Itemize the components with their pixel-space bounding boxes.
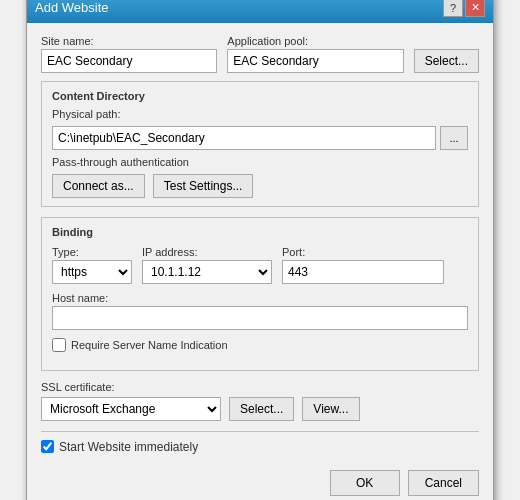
require-sni-row: Require Server Name Indication (52, 338, 468, 352)
ip-address-label: IP address: (142, 246, 272, 258)
browse-button[interactable]: ... (440, 126, 468, 150)
pass-through-label: Pass-through authentication (52, 156, 468, 168)
app-pool-input[interactable] (227, 49, 403, 73)
ssl-certificate-section: SSL certificate: Microsoft Exchange Sele… (41, 381, 479, 421)
pass-through-buttons: Connect as... Test Settings... (52, 174, 468, 198)
title-bar-buttons: ? ✕ (443, 0, 485, 17)
content-directory-section: Content Directory Physical path: ... Pas… (41, 81, 479, 207)
site-name-input[interactable] (41, 49, 217, 73)
ssl-select-button[interactable]: Select... (229, 397, 294, 421)
title-bar: Add Website ? ✕ (27, 0, 493, 23)
start-website-row: Start Website immediately (41, 440, 479, 454)
close-button[interactable]: ✕ (465, 0, 485, 17)
require-sni-label: Require Server Name Indication (71, 339, 228, 351)
app-pool-label: Application pool: (227, 35, 403, 47)
start-website-checkbox[interactable] (41, 440, 54, 453)
host-name-label: Host name: (52, 292, 468, 304)
port-field: Port: (282, 246, 444, 284)
type-field: Type: https http (52, 246, 132, 284)
dialog-body: Site name: Application pool: Select... C… (27, 23, 493, 501)
site-app-pool-row: Site name: Application pool: Select... (41, 35, 479, 73)
ssl-certificate-row: Microsoft Exchange Select... View... (41, 397, 479, 421)
ssl-view-button[interactable]: View... (302, 397, 359, 421)
start-website-label: Start Website immediately (59, 440, 198, 454)
host-name-input[interactable] (52, 306, 468, 330)
app-pool-group: Application pool: (227, 35, 403, 73)
type-label: Type: (52, 246, 132, 258)
host-name-field: Host name: (52, 292, 468, 330)
content-directory-label: Content Directory (52, 90, 468, 102)
physical-path-row: ... (52, 126, 468, 150)
binding-title: Binding (52, 226, 468, 238)
port-label: Port: (282, 246, 444, 258)
help-button[interactable]: ? (443, 0, 463, 17)
divider (41, 431, 479, 432)
physical-path-input[interactable] (52, 126, 436, 150)
app-pool-select-button[interactable]: Select... (414, 49, 479, 73)
binding-type-ip-port-row: Type: https http IP address: 10.1.1.12 P… (52, 246, 468, 284)
dialog-title: Add Website (35, 0, 108, 15)
test-settings-button[interactable]: Test Settings... (153, 174, 254, 198)
connect-as-button[interactable]: Connect as... (52, 174, 145, 198)
require-sni-checkbox[interactable] (52, 338, 66, 352)
site-name-label: Site name: (41, 35, 217, 47)
port-input[interactable] (282, 260, 444, 284)
ip-address-field: IP address: 10.1.1.12 (142, 246, 272, 284)
ssl-certificate-select[interactable]: Microsoft Exchange (41, 397, 221, 421)
binding-section: Binding Type: https http IP address: 10.… (41, 217, 479, 371)
dialog-footer: OK Cancel (41, 466, 479, 496)
cancel-button[interactable]: Cancel (408, 470, 479, 496)
add-website-dialog: Add Website ? ✕ Site name: Application p… (26, 0, 494, 500)
ok-button[interactable]: OK (330, 470, 400, 496)
site-name-group: Site name: (41, 35, 217, 73)
ssl-certificate-label: SSL certificate: (41, 381, 479, 393)
physical-path-label: Physical path: (52, 108, 468, 120)
ip-address-select[interactable]: 10.1.1.12 (142, 260, 272, 284)
type-select[interactable]: https http (52, 260, 132, 284)
